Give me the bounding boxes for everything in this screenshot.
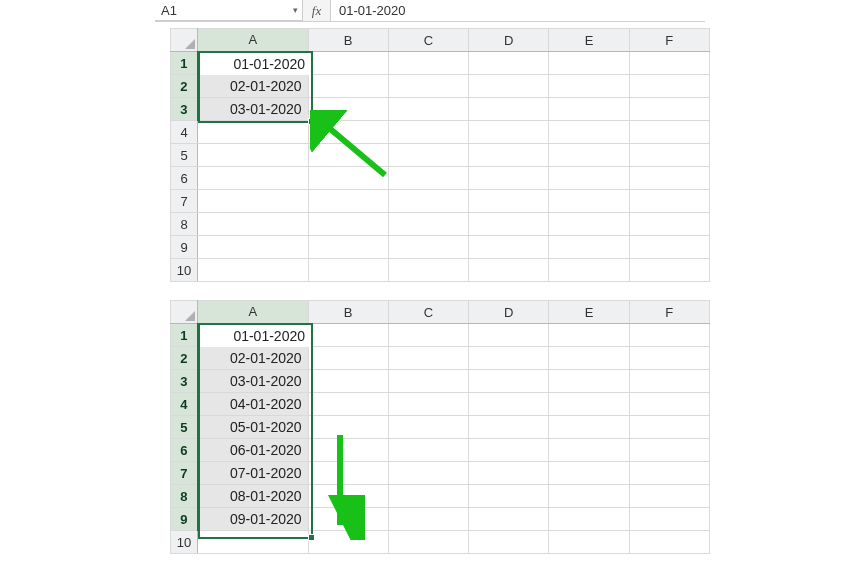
cell-E4[interactable] xyxy=(549,393,629,416)
cell-D2[interactable] xyxy=(469,75,549,98)
cell-B8[interactable] xyxy=(308,213,388,236)
cell-B1[interactable] xyxy=(308,52,388,75)
cell-A4[interactable]: 04-01-2020 xyxy=(198,393,308,416)
cell-E7[interactable] xyxy=(549,462,629,485)
cell-F7[interactable] xyxy=(629,190,709,213)
row-header-7[interactable]: 7 xyxy=(171,462,198,485)
row-header-3[interactable]: 3 xyxy=(171,370,198,393)
cell-B6[interactable] xyxy=(308,167,388,190)
cell-C8[interactable] xyxy=(388,485,468,508)
cell-E5[interactable] xyxy=(549,416,629,439)
cell-C8[interactable] xyxy=(388,213,468,236)
cell-F4[interactable] xyxy=(629,393,709,416)
select-all-corner[interactable] xyxy=(171,29,198,52)
cell-E6[interactable] xyxy=(549,439,629,462)
cell-A9[interactable]: 09-01-2020 xyxy=(198,508,308,531)
cell-E5[interactable] xyxy=(549,144,629,167)
cell-C4[interactable] xyxy=(388,393,468,416)
col-header-F[interactable]: F xyxy=(629,301,709,324)
cell-E3[interactable] xyxy=(549,370,629,393)
cell-F3[interactable] xyxy=(629,98,709,121)
cell-A3[interactable]: 03-01-2020 xyxy=(198,370,308,393)
col-header-E[interactable]: E xyxy=(549,29,629,52)
formula-input[interactable]: 01-01-2020 xyxy=(331,0,705,21)
col-header-B[interactable]: B xyxy=(308,29,388,52)
cell-B7[interactable] xyxy=(308,190,388,213)
cell-A9[interactable] xyxy=(198,236,308,259)
cell-B9[interactable] xyxy=(308,508,388,531)
cell-D3[interactable] xyxy=(469,370,549,393)
col-header-D[interactable]: D xyxy=(469,301,549,324)
col-header-D[interactable]: D xyxy=(469,29,549,52)
cell-F2[interactable] xyxy=(629,347,709,370)
cell-A10[interactable] xyxy=(198,531,308,554)
row-header-2[interactable]: 2 xyxy=(171,347,198,370)
cell-E4[interactable] xyxy=(549,121,629,144)
cell-B8[interactable] xyxy=(308,485,388,508)
cell-C2[interactable] xyxy=(388,347,468,370)
cell-E1[interactable] xyxy=(549,324,629,347)
cell-F8[interactable] xyxy=(629,213,709,236)
cell-B3[interactable] xyxy=(308,370,388,393)
cell-E7[interactable] xyxy=(549,190,629,213)
cell-C10[interactable] xyxy=(388,531,468,554)
row-header-1[interactable]: 1 xyxy=(171,324,198,347)
grid[interactable]: A B C D E F 1 202-01-2020 303-01-2020 40… xyxy=(170,300,710,554)
cell-A10[interactable] xyxy=(198,259,308,282)
cell-D8[interactable] xyxy=(469,485,549,508)
cell-C9[interactable] xyxy=(388,236,468,259)
cell-A5[interactable]: 05-01-2020 xyxy=(198,416,308,439)
cell-C5[interactable] xyxy=(388,144,468,167)
col-header-B[interactable]: B xyxy=(308,301,388,324)
cell-D1[interactable] xyxy=(469,324,549,347)
col-header-A[interactable]: A xyxy=(198,301,308,324)
cell-E9[interactable] xyxy=(549,508,629,531)
cell-F2[interactable] xyxy=(629,75,709,98)
cell-E3[interactable] xyxy=(549,98,629,121)
cell-D7[interactable] xyxy=(469,190,549,213)
row-header-3[interactable]: 3 xyxy=(171,98,198,121)
row-header-10[interactable]: 10 xyxy=(171,259,198,282)
cell-B10[interactable] xyxy=(308,531,388,554)
cell-D10[interactable] xyxy=(469,259,549,282)
cell-C6[interactable] xyxy=(388,439,468,462)
cell-B1[interactable] xyxy=(308,324,388,347)
cell-C1[interactable] xyxy=(388,52,468,75)
cell-A2[interactable]: 02-01-2020 xyxy=(198,347,308,370)
row-header-9[interactable]: 9 xyxy=(171,236,198,259)
cell-E6[interactable] xyxy=(549,167,629,190)
cell-F1[interactable] xyxy=(629,324,709,347)
cell-F4[interactable] xyxy=(629,121,709,144)
cell-A1[interactable] xyxy=(198,52,308,75)
cell-A2[interactable]: 02-01-2020 xyxy=(198,75,308,98)
cell-D9[interactable] xyxy=(469,508,549,531)
cell-E1[interactable] xyxy=(549,52,629,75)
cell-D5[interactable] xyxy=(469,416,549,439)
cell-B2[interactable] xyxy=(308,347,388,370)
cell-D4[interactable] xyxy=(469,121,549,144)
col-header-C[interactable]: C xyxy=(388,301,468,324)
cell-B7[interactable] xyxy=(308,462,388,485)
cell-F5[interactable] xyxy=(629,416,709,439)
cell-E8[interactable] xyxy=(549,485,629,508)
cell-C10[interactable] xyxy=(388,259,468,282)
cell-D6[interactable] xyxy=(469,167,549,190)
grid[interactable]: A B C D E F 1 202-01-2020 303-01-2020 4 … xyxy=(170,28,710,282)
cell-F3[interactable] xyxy=(629,370,709,393)
cell-C5[interactable] xyxy=(388,416,468,439)
cell-A4[interactable] xyxy=(198,121,308,144)
cell-F9[interactable] xyxy=(629,236,709,259)
chevron-down-icon[interactable]: ▾ xyxy=(293,5,298,15)
cell-E10[interactable] xyxy=(549,259,629,282)
cell-A1[interactable] xyxy=(198,324,308,347)
row-header-6[interactable]: 6 xyxy=(171,439,198,462)
cell-D1[interactable] xyxy=(469,52,549,75)
cell-B4[interactable] xyxy=(308,393,388,416)
row-header-4[interactable]: 4 xyxy=(171,121,198,144)
cell-A8[interactable]: 08-01-2020 xyxy=(198,485,308,508)
fx-icon[interactable]: fx xyxy=(303,0,331,21)
cell-C3[interactable] xyxy=(388,370,468,393)
cell-E2[interactable] xyxy=(549,75,629,98)
row-header-6[interactable]: 6 xyxy=(171,167,198,190)
cell-F10[interactable] xyxy=(629,531,709,554)
